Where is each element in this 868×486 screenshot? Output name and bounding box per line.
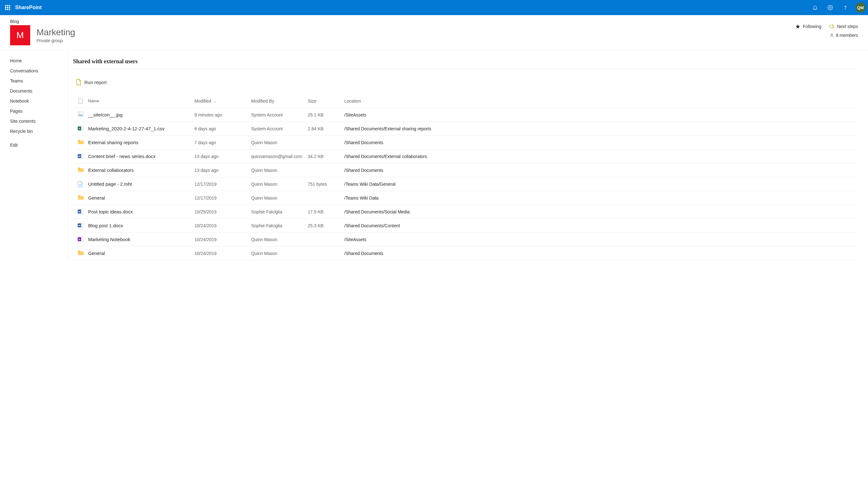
cell-location[interactable]: /Shared Documents/External collaborators xyxy=(344,154,858,159)
cell-modified: 12/17/2019 xyxy=(194,195,251,201)
sort-descending-icon: ↓ xyxy=(214,99,216,103)
cell-modified-by[interactable]: quinnamason@gmail.com xyxy=(251,154,308,159)
cell-modified: 12/17/2019 xyxy=(194,182,251,187)
left-nav-item[interactable]: Site contents xyxy=(0,116,68,126)
avatar[interactable]: QM xyxy=(856,2,866,12)
table-row[interactable]: __siteIcon__.jpg8 minutes agoSystem Acco… xyxy=(73,108,858,122)
cell-modified-by[interactable]: Quinn Mason xyxy=(251,251,308,256)
folder-icon xyxy=(73,250,88,256)
svg-rect-3 xyxy=(78,112,84,117)
column-header-modified[interactable]: Modified ↓ xyxy=(194,98,251,103)
svg-point-4 xyxy=(79,113,80,114)
cell-name[interactable]: General xyxy=(88,250,194,256)
svg-rect-11 xyxy=(79,184,82,184)
document-icon xyxy=(76,79,81,85)
cell-name[interactable]: Marketing Notebook xyxy=(88,237,194,242)
cell-size: 2.84 KB xyxy=(308,126,344,131)
column-header-size[interactable]: Size xyxy=(308,98,344,103)
cell-location[interactable]: /Teams Wiki Data/General xyxy=(344,182,858,187)
left-nav-edit[interactable]: Edit xyxy=(0,140,68,150)
table-row[interactable]: General10/24/2019Quinn Mason/Shared Docu… xyxy=(73,246,858,260)
file-generic-icon xyxy=(79,98,83,104)
cell-location[interactable]: /Shared Documents xyxy=(344,140,858,145)
column-header-type[interactable] xyxy=(73,98,88,104)
left-nav-item[interactable]: Pages xyxy=(0,106,68,116)
person-icon xyxy=(830,33,834,37)
cell-modified: 13 days ago xyxy=(194,154,251,159)
cell-location[interactable]: /Shared Documents/External sharing repor… xyxy=(344,126,858,131)
top-bar: SharePoint QM xyxy=(0,0,868,15)
cell-modified-by[interactable]: Quinn Mason xyxy=(251,195,308,201)
table-row[interactable]: WBlog post 1.docx10/24/2019Sophie Falcig… xyxy=(73,219,858,233)
cell-name[interactable]: General xyxy=(88,195,194,201)
svg-rect-12 xyxy=(79,185,82,185)
table-row[interactable]: General12/17/2019Quinn Mason/Teams Wiki … xyxy=(73,191,858,205)
svg-text:X: X xyxy=(79,127,81,130)
table-row[interactable]: External sharing reports7 days agoQuinn … xyxy=(73,136,858,150)
cell-modified-by[interactable]: Quinn Mason xyxy=(251,237,308,242)
following-label: Following xyxy=(803,24,822,29)
table-row[interactable]: External collaborators13 days agoQuinn M… xyxy=(73,163,858,177)
table-row[interactable]: XMarketing_2020-2-4-12-27-47_1.csv6 days… xyxy=(73,122,858,136)
help-icon[interactable] xyxy=(839,1,851,14)
word-icon: W xyxy=(73,209,88,215)
cell-modified-by[interactable]: Sophie Falciglia xyxy=(251,209,308,214)
cell-modified-by[interactable]: System Account xyxy=(251,126,308,131)
left-nav-item[interactable]: Teams xyxy=(0,76,68,86)
cell-name[interactable]: Post topic ideas.docx xyxy=(88,209,194,214)
cell-location[interactable]: /Shared Documents/Content xyxy=(344,223,858,228)
app-launcher-icon[interactable] xyxy=(2,2,12,12)
cell-modified: 7 days ago xyxy=(194,140,251,145)
cell-name[interactable]: Blog post 1.docx xyxy=(88,223,194,228)
column-header-modified-by[interactable]: Modified By xyxy=(251,98,308,103)
notifications-icon[interactable] xyxy=(809,1,822,14)
table-row[interactable]: WContent brief - news series.docx13 days… xyxy=(73,150,858,163)
table-row[interactable]: WPost topic ideas.docx10/25/2019Sophie F… xyxy=(73,205,858,219)
cell-modified-by[interactable]: Sophie Falciglia xyxy=(251,223,308,228)
left-nav-item[interactable]: Home xyxy=(0,56,68,66)
cell-location[interactable]: /SiteAssets xyxy=(344,237,858,242)
left-nav-item[interactable]: Conversations xyxy=(0,66,68,76)
cell-location[interactable]: /Shared Documents/Social Media xyxy=(344,209,858,214)
members-link[interactable]: 8 members xyxy=(830,33,858,38)
cell-modified-by[interactable]: System Account xyxy=(251,112,308,117)
next-steps-button[interactable]: Next steps xyxy=(829,24,858,29)
cell-name[interactable]: Marketing_2020-2-4-12-27-47_1.csv xyxy=(88,126,194,131)
cell-modified: 10/24/2019 xyxy=(194,237,251,242)
settings-icon[interactable] xyxy=(824,1,837,14)
cell-modified-by[interactable]: Quinn Mason xyxy=(251,140,308,145)
breadcrumb[interactable]: Blog xyxy=(10,19,795,24)
brand-label[interactable]: SharePoint xyxy=(15,5,809,10)
run-report-button[interactable]: Run report xyxy=(76,79,107,85)
cell-location[interactable]: /SiteAssets xyxy=(344,112,858,117)
cell-location[interactable]: /Shared Documents xyxy=(344,168,858,173)
column-header-name[interactable]: Name xyxy=(88,98,194,103)
site-subtitle: Private group xyxy=(36,38,75,43)
table-row[interactable]: NMarketing Notebook10/24/2019Quinn Mason… xyxy=(73,233,858,246)
excel-icon: X xyxy=(73,126,88,132)
members-label: 8 members xyxy=(836,33,858,38)
cell-name[interactable]: Untitled page - 2.mht xyxy=(88,181,194,187)
left-nav-item[interactable]: Recycle bin xyxy=(0,126,68,136)
cell-name[interactable]: Content brief - news series.docx xyxy=(88,154,194,159)
table-row[interactable]: Untitled page - 2.mht12/17/2019Quinn Mas… xyxy=(73,177,858,191)
cell-name[interactable]: __siteIcon__.jpg xyxy=(88,112,194,117)
column-header-location[interactable]: Location xyxy=(344,98,858,103)
svg-point-2 xyxy=(831,34,833,35)
left-nav-item[interactable]: Notebook xyxy=(0,96,68,106)
left-nav-item[interactable]: Documents xyxy=(0,86,68,96)
cell-name[interactable]: External sharing reports xyxy=(88,140,194,145)
cell-name[interactable]: External collaborators xyxy=(88,168,194,173)
svg-point-0 xyxy=(830,7,831,8)
cell-modified: 10/24/2019 xyxy=(194,223,251,228)
svg-text:N: N xyxy=(79,238,81,241)
cell-modified-by[interactable]: Quinn Mason xyxy=(251,168,308,173)
cell-modified: 10/25/2019 xyxy=(194,209,251,214)
cell-location[interactable]: /Shared Documents xyxy=(344,251,858,256)
cell-size: 34.2 KB xyxy=(308,154,344,159)
cell-location[interactable]: /Teams Wiki Data xyxy=(344,195,858,201)
cell-modified-by[interactable]: Quinn Mason xyxy=(251,182,308,187)
image-icon xyxy=(73,112,88,118)
following-button[interactable]: Following xyxy=(795,24,822,29)
site-header: Blog M Marketing Private group Following… xyxy=(0,15,868,51)
